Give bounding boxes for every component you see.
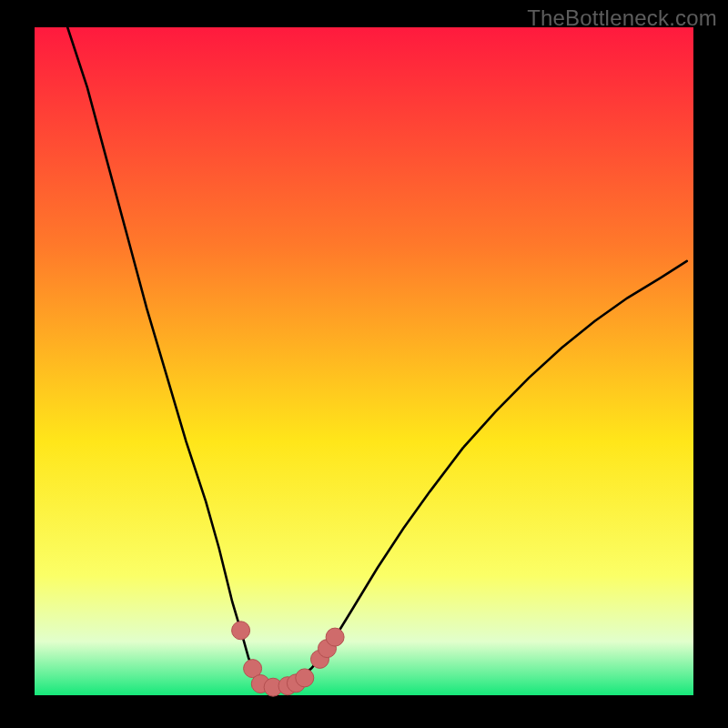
curve-marker — [326, 628, 344, 646]
bottleneck-chart — [0, 0, 728, 728]
plot-background — [35, 27, 693, 695]
watermark-label: TheBottleneck.com — [527, 5, 717, 31]
curve-marker — [232, 622, 250, 640]
curve-marker — [296, 669, 314, 687]
chart-stage: TheBottleneck.com — [0, 0, 728, 728]
